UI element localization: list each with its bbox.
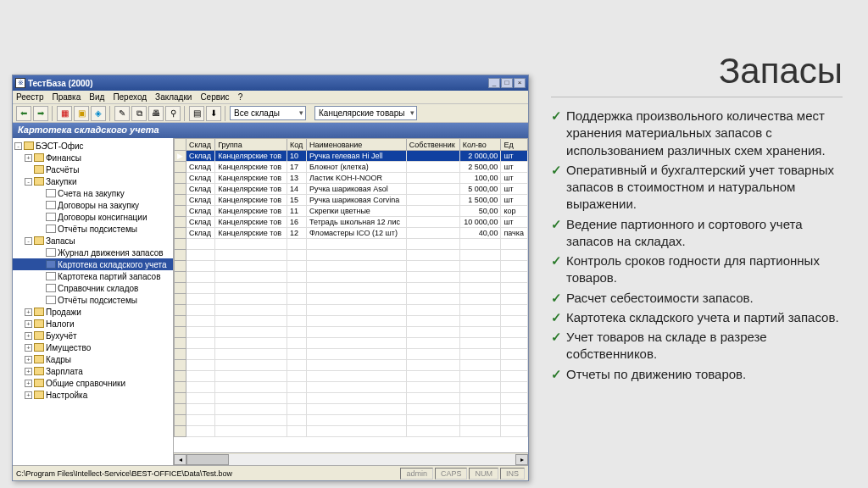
tree-expand-icon[interactable]: +: [25, 332, 32, 340]
tree-item[interactable]: +Зарплата: [13, 365, 173, 377]
tree-item[interactable]: -Запасы: [13, 235, 173, 247]
print-button[interactable]: 🖶: [148, 106, 164, 121]
tree-item[interactable]: Журнал движения запасов: [13, 247, 173, 258]
table-row[interactable]: СкладКанцелярские тов15Ручка шариковая C…: [175, 195, 528, 206]
props-button[interactable]: ◈: [91, 106, 106, 121]
tree-expand-icon[interactable]: -: [14, 142, 22, 150]
tree-item[interactable]: -БЭСТ-Офис: [13, 140, 173, 152]
tree-expand-icon[interactable]: -: [25, 178, 32, 186]
page-icon: [46, 260, 56, 269]
filter-button[interactable]: ▤: [189, 106, 204, 121]
tree-item[interactable]: +Общие справочники: [13, 377, 173, 389]
minimize-button[interactable]: _: [488, 78, 500, 88]
tree-item[interactable]: Расчёты: [13, 164, 173, 175]
table-cell: Канцелярские тов: [215, 173, 287, 184]
tree-item[interactable]: Договоры консигнации: [13, 211, 173, 223]
table-row[interactable]: СкладКанцелярские тов17Блокнот (клетка)2…: [175, 162, 528, 173]
status-user: admin: [400, 468, 433, 480]
tree-expand-icon[interactable]: +: [25, 368, 32, 375]
tree-item-label: Общие справочники: [46, 379, 125, 388]
table-cell: Склад: [186, 228, 215, 239]
tree-item-label: Кадры: [46, 355, 71, 364]
table-row[interactable]: СкладКанцелярские тов13Ластик KOH-I-NOOR…: [175, 173, 528, 184]
scroll-track[interactable]: [229, 454, 515, 465]
column-header[interactable]: Кол-во: [459, 139, 501, 151]
column-header[interactable]: Ед: [501, 139, 528, 151]
tree-item[interactable]: +Кадры: [13, 353, 173, 365]
menu-help[interactable]: ?: [238, 92, 243, 102]
tree-expand-icon[interactable]: -: [25, 237, 32, 245]
back-button[interactable]: ⬅: [16, 106, 31, 121]
folder-icon: [34, 236, 44, 245]
column-header[interactable]: Группа: [215, 139, 287, 151]
column-header[interactable]: Склад: [186, 139, 215, 151]
table-row[interactable]: СкладКанцелярские тов14Ручка шариковая A…: [175, 184, 528, 195]
edit-button[interactable]: ✎: [114, 106, 130, 121]
data-grid[interactable]: СкладГруппаКодНаименованиеСобственникКол…: [174, 138, 528, 452]
menu-goto[interactable]: Переход: [113, 92, 147, 102]
table-cell: 17: [287, 162, 306, 173]
table-row-empty: [175, 316, 528, 327]
tree-item[interactable]: Справочник складов: [13, 282, 173, 294]
warehouse-combo[interactable]: Все склады: [230, 106, 306, 120]
table-row-empty: [175, 272, 528, 283]
open-button[interactable]: ▣: [74, 106, 89, 121]
scroll-thumb[interactable]: [186, 454, 229, 465]
horizontal-scrollbar[interactable]: ◂ ▸: [174, 452, 528, 465]
export-button[interactable]: ⬇: [206, 106, 221, 121]
tree-expand-icon[interactable]: +: [25, 391, 32, 399]
tree-item[interactable]: +Настройка: [13, 389, 173, 401]
tree-item[interactable]: Договоры на закупку: [13, 199, 173, 211]
table-row[interactable]: СкладКанцелярские тов16Тетрадь школьная …: [175, 217, 528, 228]
tree-item[interactable]: Картотека партий запасов: [13, 270, 173, 282]
tree-expand-icon[interactable]: +: [25, 320, 32, 328]
table-row[interactable]: СкладКанцелярские тов12Фломастеры ICO (1…: [175, 228, 528, 239]
column-header[interactable]: Код: [287, 139, 306, 151]
nav-tree[interactable]: -БЭСТ-Офис+ФинансыРасчёты-ЗакупкиСчета н…: [13, 138, 174, 465]
tree-expand-icon[interactable]: +: [25, 154, 32, 162]
tree-item[interactable]: +Финансы: [13, 152, 173, 164]
column-header[interactable]: Собственник: [406, 139, 459, 151]
tree-expand-icon[interactable]: +: [25, 344, 32, 352]
table-cell: [406, 173, 459, 184]
tree-item[interactable]: +Продажи: [13, 306, 173, 318]
menu-registry[interactable]: Реестр: [16, 92, 44, 102]
scroll-right-button[interactable]: ▸: [515, 454, 528, 465]
tree-item-label: Бухучёт: [46, 331, 77, 341]
close-button[interactable]: ×: [514, 78, 526, 88]
tree-item[interactable]: -Закупки: [13, 175, 173, 187]
tree-item-label: Закупки: [46, 177, 76, 186]
copy-button[interactable]: ⧉: [131, 106, 147, 121]
menu-service[interactable]: Сервис: [200, 92, 229, 102]
tree-item-label: Продажи: [46, 308, 81, 317]
table-cell: [406, 184, 459, 195]
menu-view[interactable]: Вид: [89, 92, 104, 102]
tree-item[interactable]: Счета на закупку: [13, 187, 173, 199]
tree-expand-icon[interactable]: +: [25, 356, 32, 363]
table-cell: Скрепки цветные: [306, 206, 406, 217]
tree-item[interactable]: +Бухучёт: [13, 330, 173, 341]
column-header[interactable]: Наименование: [306, 139, 406, 151]
tree-item[interactable]: +Имущество: [13, 341, 173, 353]
scroll-left-button[interactable]: ◂: [174, 454, 186, 465]
group-combo[interactable]: Канцелярские товары: [314, 106, 417, 120]
maximize-button[interactable]: □: [501, 78, 513, 88]
table-cell: Канцелярские тов: [215, 162, 287, 173]
table-row[interactable]: СкладКанцелярские тов11Скрепки цветные50…: [175, 206, 528, 217]
menu-bookmarks[interactable]: Закладки: [155, 92, 192, 102]
tree-item[interactable]: Отчёты подсистемы: [13, 223, 173, 235]
tree-item-label: Финансы: [46, 153, 81, 163]
table-cell: 100,00: [459, 173, 501, 184]
page-icon: [46, 213, 56, 221]
forward-button[interactable]: ➡: [33, 106, 48, 121]
tree-item[interactable]: Отчёты подсистемы: [13, 294, 173, 306]
table-row[interactable]: ▶СкладКанцелярские тов10Ручка гелевая Hi…: [175, 151, 528, 162]
tree-expand-icon[interactable]: +: [25, 308, 32, 316]
menu-edit[interactable]: Правка: [53, 92, 81, 102]
find-button[interactable]: ⚲: [165, 106, 181, 121]
new-button[interactable]: ▦: [57, 106, 72, 121]
folder-icon: [34, 391, 44, 399]
tree-item[interactable]: Картотека складского учета: [13, 258, 173, 270]
tree-expand-icon[interactable]: +: [25, 380, 32, 387]
tree-item[interactable]: +Налоги: [13, 318, 173, 330]
